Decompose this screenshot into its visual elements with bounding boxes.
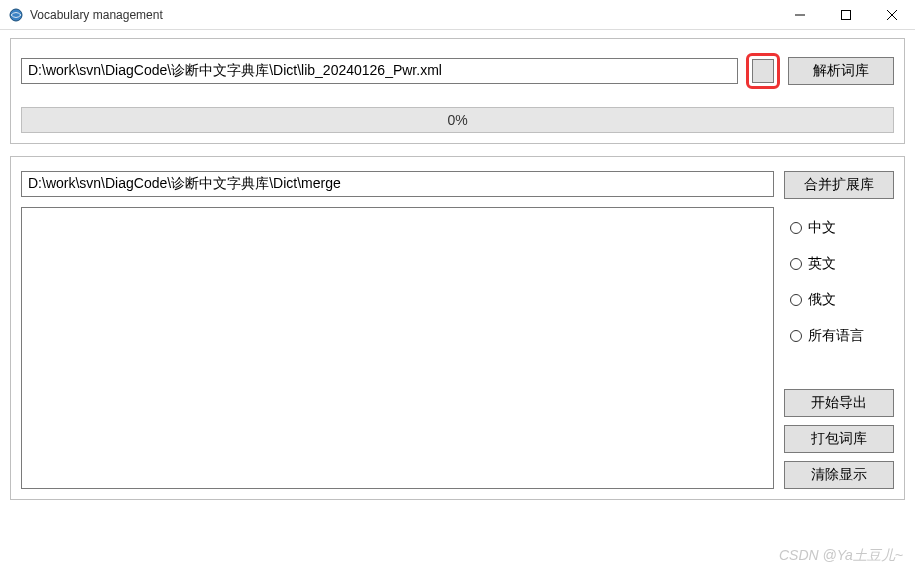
progress-bar: 0%: [21, 107, 894, 133]
dict-path-input[interactable]: [21, 58, 738, 84]
right-column: 合并扩展库 中文 英文 俄文 所有语言 开始导出 打包词库 清除显示: [784, 171, 894, 489]
pack-button[interactable]: 打包词库: [784, 425, 894, 453]
merge-button[interactable]: 合并扩展库: [784, 171, 894, 199]
minimize-button[interactable]: [777, 0, 823, 30]
svg-point-0: [10, 9, 22, 21]
svg-rect-2: [842, 10, 851, 19]
radio-all-languages[interactable]: 所有语言: [790, 327, 888, 345]
radio-icon: [790, 330, 802, 342]
radio-russian[interactable]: 俄文: [790, 291, 888, 309]
watermark: CSDN @Ya土豆儿~: [779, 547, 903, 565]
progress-text: 0%: [447, 112, 467, 128]
maximize-button[interactable]: [823, 0, 869, 30]
radio-icon: [790, 294, 802, 306]
parse-button[interactable]: 解析词库: [788, 57, 894, 85]
export-button[interactable]: 开始导出: [784, 389, 894, 417]
close-button[interactable]: [869, 0, 915, 30]
radio-icon: [790, 222, 802, 234]
parse-group: 解析词库 0%: [10, 38, 905, 144]
window-title: Vocabulary management: [30, 8, 777, 22]
language-radio-group: 中文 英文 俄文 所有语言: [784, 207, 894, 349]
left-column: [21, 171, 774, 489]
browse-button[interactable]: [752, 59, 774, 83]
titlebar: Vocabulary management: [0, 0, 915, 30]
output-textarea[interactable]: [21, 207, 774, 489]
merge-path-input[interactable]: [21, 171, 774, 197]
radio-chinese[interactable]: 中文: [790, 219, 888, 237]
radio-icon: [790, 258, 802, 270]
browse-highlight: [746, 53, 780, 89]
app-icon: [8, 7, 24, 23]
export-group: 合并扩展库 中文 英文 俄文 所有语言 开始导出 打包词库 清除显示: [10, 156, 905, 500]
clear-button[interactable]: 清除显示: [784, 461, 894, 489]
content-area: 解析词库 0% 合并扩展库 中文 英文 俄文 所有语言 开始导出 打包词库 清除…: [0, 30, 915, 520]
radio-english[interactable]: 英文: [790, 255, 888, 273]
